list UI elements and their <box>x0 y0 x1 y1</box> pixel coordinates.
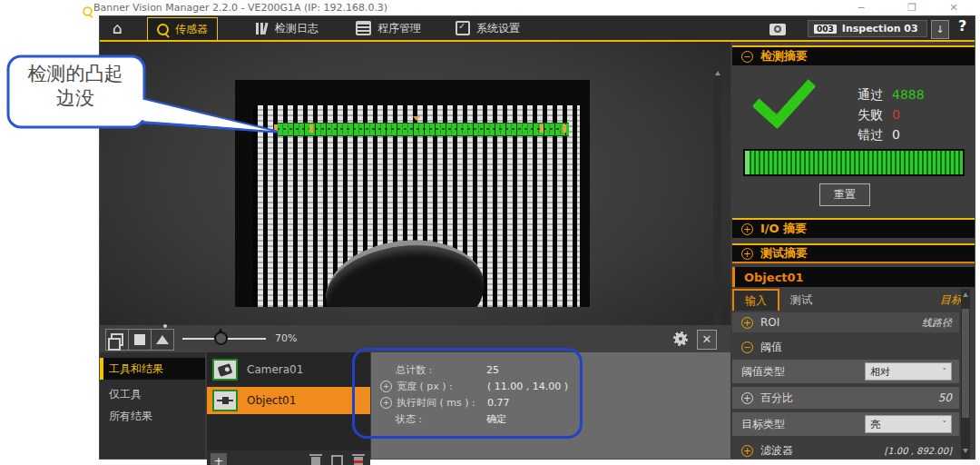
tool-row-object01[interactable]: Object01 <box>207 387 370 414</box>
view-mode-group <box>105 329 174 351</box>
pass-stat: 通过 4888 <box>858 87 925 107</box>
io-summary-header[interactable]: + I/O 摘要 <box>732 218 975 238</box>
tab-system-settings[interactable]: 系统设置 <box>456 18 520 38</box>
summary-title: 检测摘要 <box>760 48 808 64</box>
camera-icon <box>769 24 786 35</box>
tab-inspection-logs[interactable]: 检测日志 <box>256 18 318 38</box>
scroll-up-icon[interactable] <box>963 292 968 297</box>
threshold-type-dropdown[interactable]: 相对 ˅ <box>865 362 952 381</box>
tab-all-results[interactable]: 所有结果 <box>100 405 205 427</box>
fail-value: 0 <box>892 107 900 127</box>
tab-sensor-label: 传感器 <box>175 22 208 37</box>
reset-button[interactable]: 重置 <box>819 183 870 206</box>
tab-target[interactable]: 目标 <box>940 292 962 308</box>
target-type-value: 亮 <box>870 418 943 431</box>
test-summary-header[interactable]: + 测试摘要 <box>732 243 975 263</box>
scrollbar-thumb[interactable] <box>962 309 969 418</box>
inspection-badge: 003 <box>814 25 837 34</box>
square-view-button[interactable] <box>128 330 151 350</box>
right-panel: − 检测摘要 通过 4888 失败 0 错过 0 重置 + I/O 摘要 <box>732 42 975 459</box>
tab-sensor[interactable]: 传感器 <box>147 17 218 41</box>
app-logo-icon <box>83 6 92 15</box>
inspection-summary-header[interactable]: − 检测摘要 <box>732 45 975 65</box>
tool-list: Camera01 Object01 <box>207 352 370 459</box>
collapse-icon[interactable]: − <box>741 51 753 63</box>
restore-button[interactable]: ❐ <box>902 1 922 15</box>
gear-icon[interactable] <box>673 331 688 346</box>
minimize-button[interactable]: − <box>851 1 871 15</box>
tool-name: Camera01 <box>247 363 303 376</box>
zoom-percentage: 70% <box>275 332 297 344</box>
tool-list-toolbar: + <box>207 450 370 465</box>
tab-test[interactable]: 测试 <box>790 292 812 308</box>
miss-stat: 错过 0 <box>858 127 900 147</box>
expand-icon[interactable]: + <box>741 223 753 235</box>
collapse-icon[interactable]: − <box>741 341 753 353</box>
pass-value: 4888 <box>892 87 925 107</box>
threshold-type-value: 相对 <box>870 365 943 379</box>
threshold-header-row[interactable]: − 阈值 <box>732 338 959 356</box>
delete-all-icon[interactable] <box>354 457 363 465</box>
chevron-down-icon: ˅ <box>943 367 947 376</box>
roi-label: ROI <box>760 316 915 329</box>
tool-row-camera01[interactable]: Camera01 <box>207 356 370 383</box>
target-type-dropdown[interactable]: 亮 ˅ <box>865 415 952 433</box>
tab-tools-and-results[interactable]: 工具和结果 <box>100 358 205 380</box>
expand-icon[interactable]: + <box>741 248 753 260</box>
image-view-button[interactable] <box>151 330 173 350</box>
panel-scrollbar[interactable] <box>961 289 970 459</box>
scroll-down-icon[interactable] <box>963 449 968 453</box>
inspection-history-bar <box>743 149 965 176</box>
roi-row[interactable]: + ROI 线路径 <box>732 312 959 332</box>
help-button[interactable]: ? <box>958 17 966 35</box>
filter-row[interactable]: + 滤波器 [1.00 , 892.00] <box>732 441 959 460</box>
expand-icon[interactable]: + <box>741 445 753 457</box>
object-header[interactable]: Object01 <box>732 267 975 287</box>
expand-icon[interactable]: + <box>741 392 753 404</box>
expand-icon[interactable]: + <box>741 317 753 329</box>
title-bar: Banner Vision Manager 2.2.0 - VE200G1A (… <box>0 0 980 16</box>
threshold-type-label: 阈值类型 <box>741 364 858 380</box>
tab-program-label: 程序管理 <box>377 21 421 36</box>
edge-marker <box>540 124 544 133</box>
tab-settings-label: 系统设置 <box>476 21 520 36</box>
settings-clipboard-icon <box>456 21 470 35</box>
detail-tabs: 输入 测试 目标 <box>732 287 975 311</box>
scroll-up-icon[interactable] <box>715 71 720 75</box>
camera-tool-icon <box>212 359 238 381</box>
percentage-label: 百分比 <box>760 391 931 406</box>
close-button[interactable]: ✕ <box>944 1 964 15</box>
delete-icon[interactable] <box>311 457 320 465</box>
tab-program-management[interactable]: 程序管理 <box>356 18 421 38</box>
home-button[interactable]: ⌂ <box>113 18 122 38</box>
fullscreen-button[interactable]: ✕ <box>697 330 717 350</box>
add-tool-button[interactable]: + <box>211 453 227 465</box>
inspection-dropdown-button[interactable]: ↓ <box>931 20 949 39</box>
main-nav: ⌂ 传感器 检测日志 程序管理 系统设置 003 <box>100 16 975 40</box>
inspection-selector[interactable]: 003 Inspection 03 <box>808 20 927 37</box>
edge-glyph-icon <box>217 400 233 401</box>
square-icon <box>134 334 145 345</box>
fail-label: 失败 <box>858 107 883 127</box>
snapshot-button[interactable] <box>769 22 786 39</box>
fail-stat: 失败 0 <box>858 107 900 127</box>
edge-marker <box>309 124 313 133</box>
tab-tools-only[interactable]: 仅工具 <box>100 383 205 405</box>
viewport-vertical-scrollbar[interactable] <box>713 67 721 343</box>
filter-value: [1.00 , 892.00] <box>884 446 952 456</box>
pass-checkmark-icon <box>751 64 816 130</box>
copy-icon[interactable] <box>331 455 343 465</box>
roi-detection-band[interactable] <box>277 123 569 136</box>
edge-tool-icon <box>212 390 238 411</box>
zoom-slider-handle[interactable] <box>214 331 228 345</box>
results-highlight-annotation <box>352 348 583 439</box>
layers-view-button[interactable] <box>106 330 128 350</box>
tab-input[interactable]: 输入 <box>732 289 779 311</box>
callout-annotation: 检测的凸起 边没 <box>7 62 143 112</box>
program-list-icon <box>356 21 371 35</box>
magnifier-icon <box>157 24 169 35</box>
percentage-row[interactable]: + 百分比 50 <box>732 387 959 409</box>
camera-glyph-icon <box>218 363 233 377</box>
edge-marker <box>563 124 566 133</box>
callout-line2: 边没 <box>7 86 143 111</box>
